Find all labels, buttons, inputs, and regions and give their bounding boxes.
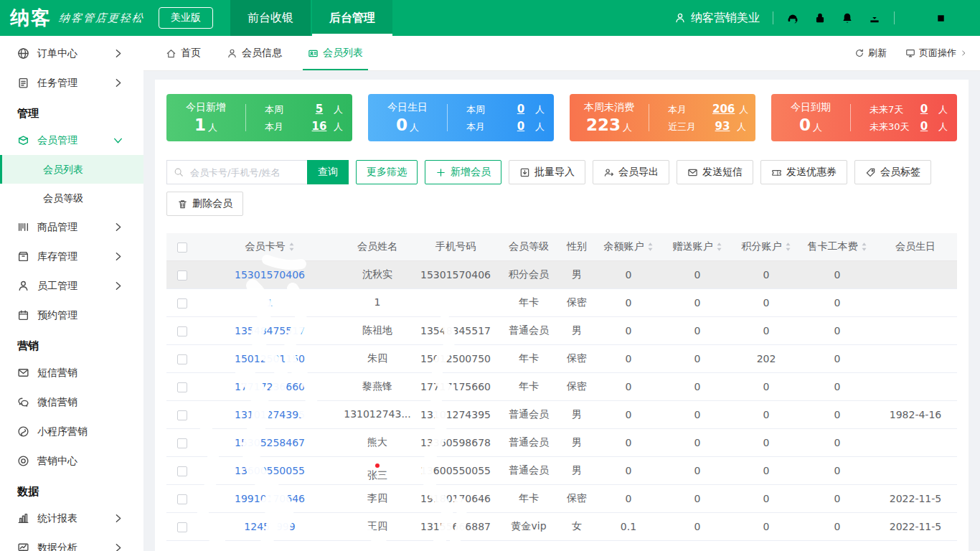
member-card-link[interactable]: 19910170646 (235, 493, 305, 504)
table-row[interactable]: 17717236660黎燕锋17717175660年卡保密0000 (166, 372, 957, 400)
batch-import-button[interactable]: 批量导入 (509, 160, 585, 184)
sidebar-item[interactable]: 商品管理 (0, 212, 143, 242)
top-nav-tab[interactable]: 前台收银 (230, 0, 311, 36)
sort-icon[interactable] (288, 242, 295, 252)
sidebar-item[interactable]: 统计报表 (0, 504, 143, 533)
stat-subvalue[interactable]: 0 (511, 103, 531, 116)
add-member-button[interactable]: 新增会员 (425, 160, 501, 184)
member-card-link[interactable]: 12455999 (244, 521, 295, 532)
table-row[interactable]: 19910170646李四19180170646年卡保密00002022-11-… (166, 484, 957, 512)
column-header[interactable]: 会员卡号 (198, 233, 341, 260)
sidebar-item[interactable]: 短信营销 (0, 358, 143, 387)
sidebar-item[interactable]: 数据分析 (0, 533, 143, 551)
close-button[interactable] (955, 9, 974, 28)
stat-subrow: 本月206人 (668, 103, 755, 116)
sidebar-item[interactable]: 订单中心 (0, 39, 143, 68)
edition-badge[interactable]: 美业版 (159, 7, 213, 29)
column-header[interactable]: 售卡工本费 (801, 233, 874, 260)
stat-subrow: 近三月93人 (668, 120, 755, 133)
column-header[interactable]: 余额账户 (594, 233, 663, 260)
delete-member-button[interactable]: 删除会员 (166, 192, 243, 216)
sidebar-item[interactable]: 会员管理 (0, 126, 143, 155)
sidebar-item[interactable]: 库存管理 (0, 242, 143, 271)
headset-icon[interactable] (786, 11, 799, 24)
page-tab[interactable]: 首页 (156, 36, 210, 70)
member-tag-button[interactable]: 会员标签 (854, 160, 931, 184)
member-card-link[interactable]: 15305258467 (235, 437, 305, 448)
sidebar-item[interactable]: 预约管理 (0, 301, 143, 330)
more-filter-button[interactable]: 更多筛选 (356, 160, 418, 184)
row-checkbox[interactable] (177, 410, 187, 420)
select-all-checkbox[interactable] (177, 242, 187, 253)
stat-subvalue[interactable]: 93 (712, 120, 732, 133)
page-tabs: 首页会员信息会员列表 (156, 36, 372, 70)
column-header[interactable]: 赠送账户 (663, 233, 732, 260)
sidebar-item[interactable]: 员工管理 (0, 271, 143, 301)
stat-subvalue[interactable]: 5 (309, 103, 329, 116)
stat-subvalue[interactable]: 206 (712, 103, 735, 116)
member-card-link[interactable]: 13101274395 (235, 409, 305, 420)
wechat-icon (17, 396, 29, 408)
row-checkbox[interactable] (177, 438, 187, 448)
query-button[interactable]: 查询 (307, 160, 349, 184)
maximize-button[interactable] (931, 9, 951, 28)
send-sms-button[interactable]: 发送短信 (677, 160, 753, 184)
page-actions-button[interactable]: 页面操作 (905, 47, 967, 60)
sidebar-item[interactable]: 微信营销 (0, 387, 143, 417)
account-menu[interactable]: 纳客营销美业 (674, 11, 760, 26)
cell-birthday (874, 260, 957, 288)
member-card-link[interactable]: 15012501150 (235, 353, 305, 364)
stat-subvalue[interactable]: 0 (511, 120, 531, 133)
row-checkbox[interactable] (177, 382, 187, 392)
cell-balance: 0.1 (594, 512, 663, 540)
row-checkbox[interactable] (177, 494, 187, 504)
sidebar-subitem[interactable]: 会员列表 (0, 155, 143, 184)
page-tab[interactable]: 会员列表 (298, 36, 372, 70)
stat-subvalue[interactable]: 0 (914, 103, 934, 116)
stat-subvalue[interactable]: 16 (309, 120, 329, 133)
member-card-link[interactable]: 13548475517 (235, 325, 305, 336)
stat-subrow: 本周5人 (265, 103, 352, 116)
table-row[interactable]: 13548475517陈祖地13548345517普通会员男0000 (166, 316, 957, 344)
sidebar-subitem[interactable]: 会员等级 (0, 184, 143, 212)
table-row[interactable]: 12455999王四13155666887黄金vip女0.10002022-11… (166, 512, 957, 540)
member-card-link[interactable]: 15301570406 (235, 269, 305, 281)
sort-icon[interactable] (785, 242, 791, 252)
cell-card_fee: 0 (801, 288, 874, 316)
member-export-button[interactable]: 会员导出 (593, 160, 669, 184)
row-checkbox[interactable] (177, 466, 187, 476)
send-coupon-button[interactable]: 发送优惠券 (760, 160, 847, 184)
refresh-button[interactable]: 刷新 (854, 47, 887, 60)
sidebar-item[interactable]: 任务管理 (0, 68, 143, 98)
page-tab[interactable]: 会员信息 (217, 36, 291, 70)
sidebar-item[interactable]: 小程序营销 (0, 417, 143, 446)
table-row[interactable]: 11年卡保密0000 (166, 288, 957, 316)
bell-icon[interactable] (841, 11, 854, 24)
table-row[interactable]: 13101274395131012743...13101274395普通会员男0… (166, 400, 957, 428)
sidebar-item-label: 营销中心 (37, 455, 132, 468)
download-icon[interactable] (868, 11, 881, 24)
sort-icon[interactable] (861, 242, 867, 252)
row-checkbox[interactable] (177, 298, 187, 309)
row-checkbox[interactable] (177, 270, 187, 281)
row-checkbox[interactable] (177, 354, 187, 364)
top-nav-tab[interactable]: 后台管理 (312, 0, 392, 36)
stat-subvalue[interactable]: 0 (914, 120, 934, 133)
sort-icon[interactable] (647, 242, 654, 252)
table-row[interactable]: 15301570406沈秋实15301570406积分会员男0000 (166, 260, 957, 288)
minimize-button[interactable] (908, 9, 927, 28)
sidebar-item[interactable]: 营销中心 (0, 446, 143, 476)
table-row[interactable]: 15012501150朱四15012500750年卡保密002020 (166, 344, 957, 372)
column-header[interactable]: 积分账户 (732, 233, 801, 260)
table-row[interactable]: 13600550055张三13600550055普通会员男0000 (166, 456, 957, 484)
cell-balance: 0 (594, 484, 663, 512)
row-checkbox[interactable] (177, 326, 187, 336)
member-card-link[interactable]: 13600550055 (235, 465, 305, 476)
member-card-link[interactable]: 17717236660 (235, 381, 305, 392)
sort-icon[interactable] (716, 242, 722, 252)
lock-icon[interactable] (814, 11, 826, 24)
member-card-link[interactable]: 1 (267, 297, 273, 309)
table-row[interactable]: 15305258467熊大13360598678普通会员男0000 (166, 428, 957, 456)
search-input[interactable] (166, 160, 307, 184)
row-checkbox[interactable] (177, 522, 187, 532)
